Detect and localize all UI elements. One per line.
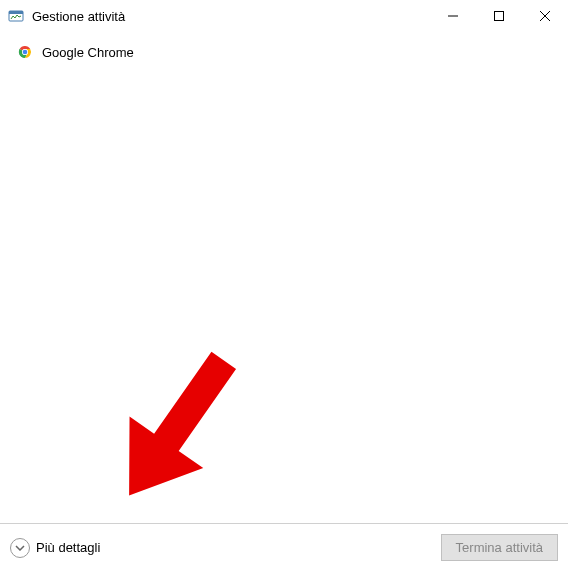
window-title: Gestione attività	[32, 9, 430, 24]
maximize-icon	[494, 11, 504, 21]
maximize-button[interactable]	[476, 0, 522, 32]
svg-marker-9	[105, 335, 245, 521]
close-icon	[540, 11, 550, 21]
app-list: Google Chrome	[0, 32, 568, 66]
app-name-label: Google Chrome	[42, 45, 134, 60]
end-task-button[interactable]: Termina attività	[441, 534, 558, 561]
titlebar: Gestione attività	[0, 0, 568, 32]
window-controls	[430, 0, 568, 32]
minimize-button[interactable]	[430, 0, 476, 32]
annotation-arrow-icon	[105, 335, 245, 525]
more-details-label: Più dettagli	[36, 540, 100, 555]
more-details-button[interactable]: Più dettagli	[10, 538, 100, 558]
chrome-icon	[16, 43, 34, 61]
close-button[interactable]	[522, 0, 568, 32]
task-manager-icon	[8, 8, 24, 24]
svg-point-8	[23, 50, 28, 55]
minimize-icon	[448, 11, 458, 21]
svg-rect-3	[495, 12, 504, 21]
list-item[interactable]: Google Chrome	[0, 38, 568, 66]
chevron-down-icon	[10, 538, 30, 558]
footer: Più dettagli Termina attività	[0, 523, 568, 571]
svg-rect-1	[9, 11, 23, 14]
